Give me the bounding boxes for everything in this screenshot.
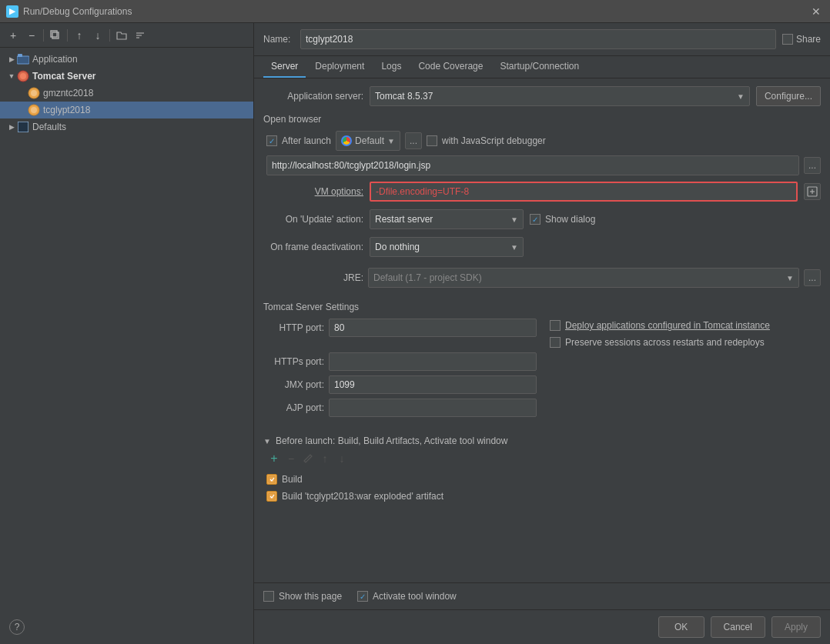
ajp-port-input[interactable] bbox=[329, 399, 537, 417]
after-launch-checkbox[interactable] bbox=[266, 135, 277, 146]
ports-grid: HTTP port: Deploy applications configure… bbox=[263, 319, 821, 417]
jre-ellipsis-button[interactable]: ... bbox=[804, 269, 821, 286]
move-down-button[interactable]: ↓ bbox=[89, 27, 106, 44]
add-config-button[interactable]: + bbox=[5, 27, 22, 44]
right-panel: Name: Share Server Deployment Logs Code … bbox=[254, 23, 830, 644]
copy-config-button[interactable] bbox=[47, 27, 64, 44]
config-tree: ▶ Application ▼ Tomcat bbox=[0, 48, 253, 644]
on-frame-deactivation-select[interactable]: Do nothing ▼ bbox=[370, 237, 524, 257]
preserve-sessions-label: Preserve sessions across restarts and re… bbox=[565, 337, 765, 348]
ok-button[interactable]: OK bbox=[658, 616, 704, 638]
tree-item-defaults[interactable]: ▶ Defaults bbox=[0, 118, 253, 135]
bl-item-build-artifact[interactable]: Build 'tcglypt2018:war exploded' artifac… bbox=[266, 488, 821, 505]
toolbar-separator3 bbox=[109, 29, 110, 42]
js-debugger-row: with JavaScript debugger bbox=[427, 135, 546, 146]
http-port-input[interactable] bbox=[329, 319, 537, 337]
tree-item-tomcat[interactable]: ▼ Tomcat Server bbox=[0, 68, 253, 85]
svg-rect-1 bbox=[51, 31, 57, 37]
configure-button[interactable]: Configure... bbox=[756, 86, 821, 106]
share-area: Share bbox=[782, 34, 821, 45]
help-icon[interactable]: ? bbox=[9, 619, 25, 635]
tab-deployment[interactable]: Deployment bbox=[307, 56, 372, 78]
preserve-sessions-row: Preserve sessions across restarts and re… bbox=[550, 337, 821, 348]
remove-config-button[interactable]: − bbox=[23, 27, 40, 44]
jre-select[interactable]: Default (1.7 - project SDK) ▼ bbox=[368, 268, 799, 288]
deploy-apps-checkbox[interactable] bbox=[550, 320, 561, 331]
on-frame-deactivation-label: On frame deactivation: bbox=[263, 242, 363, 252]
share-label: Share bbox=[796, 34, 821, 45]
show-dialog-checkbox[interactable] bbox=[530, 214, 541, 225]
app-icon: ▶ bbox=[6, 5, 18, 18]
bl-item-build[interactable]: Build bbox=[266, 471, 821, 488]
show-dialog-label: Show dialog bbox=[545, 214, 595, 225]
folder-button[interactable] bbox=[113, 27, 130, 44]
svg-rect-6 bbox=[18, 54, 22, 57]
bl-move-up-button: ↑ bbox=[317, 451, 333, 466]
open-browser-label: Open browser bbox=[263, 114, 821, 125]
browser-ellipsis-button[interactable]: ... bbox=[405, 132, 422, 149]
vm-options-label: VM options: bbox=[263, 186, 363, 197]
before-launch-toolbar: + − ↑ ↓ bbox=[263, 451, 821, 466]
jmx-port-input[interactable] bbox=[329, 375, 537, 394]
share-checkbox[interactable] bbox=[782, 34, 793, 45]
tab-server[interactable]: Server bbox=[263, 56, 306, 78]
tab-code-coverage[interactable]: Code Coverage bbox=[410, 56, 490, 78]
url-row: ... bbox=[263, 155, 821, 175]
activate-tool-window-checkbox[interactable] bbox=[357, 591, 368, 602]
vm-expand-button[interactable] bbox=[804, 183, 821, 200]
move-up-button[interactable]: ↑ bbox=[71, 27, 88, 44]
bl-add-button[interactable]: + bbox=[266, 451, 282, 466]
tree-arrow-defaults: ▶ bbox=[6, 122, 17, 132]
vm-options-row: VM options: bbox=[263, 182, 821, 202]
app-server-select[interactable]: Tomcat 8.5.37 ▼ bbox=[370, 86, 750, 106]
server-tab-content: Application server: Tomcat 8.5.37 ▼ Conf… bbox=[254, 78, 830, 582]
close-button[interactable]: ✕ bbox=[808, 4, 824, 19]
cancel-button[interactable]: Cancel bbox=[711, 616, 765, 638]
deploy-options: Deploy applications configured in Tomcat… bbox=[550, 319, 821, 348]
js-debugger-checkbox[interactable] bbox=[427, 135, 437, 146]
tab-logs[interactable]: Logs bbox=[373, 56, 409, 78]
preserve-sessions-checkbox[interactable] bbox=[550, 337, 561, 348]
tree-item-tcglypt2018[interactable]: tcglypt2018 bbox=[0, 102, 253, 118]
tree-label-application: Application bbox=[32, 54, 78, 65]
title-bar-text: Run/Debug Configurations bbox=[23, 6, 808, 17]
chrome-icon bbox=[341, 135, 352, 146]
on-update-select[interactable]: Restart server ▼ bbox=[370, 209, 524, 229]
tree-label-defaults: Defaults bbox=[32, 122, 66, 132]
name-input[interactable] bbox=[300, 29, 776, 49]
vm-options-input[interactable] bbox=[370, 182, 798, 202]
https-port-input[interactable] bbox=[329, 352, 537, 371]
tree-arrow-tomcat: ▼ bbox=[6, 71, 17, 82]
tab-startup-connection[interactable]: Startup/Connection bbox=[492, 56, 587, 78]
tree-item-gmzntc2018[interactable]: gmzntc2018 bbox=[0, 85, 253, 102]
svg-rect-13 bbox=[18, 122, 28, 132]
tomcat-icon bbox=[17, 70, 29, 82]
activate-tool-window-label: Activate tool window bbox=[373, 591, 457, 602]
config-icon-tcglypt bbox=[28, 104, 40, 116]
apply-button[interactable]: Apply bbox=[771, 616, 821, 638]
tree-label-tomcat: Tomcat Server bbox=[32, 71, 95, 82]
tree-item-application[interactable]: ▶ Application bbox=[0, 51, 253, 68]
js-debugger-label: with JavaScript debugger bbox=[442, 135, 546, 146]
config-icon-gmzntc bbox=[28, 87, 40, 99]
bl-remove-button: − bbox=[283, 451, 299, 466]
before-launch-label: Before launch: Build, Build Artifacts, A… bbox=[276, 435, 508, 446]
url-input[interactable] bbox=[266, 155, 799, 175]
svg-rect-5 bbox=[17, 56, 29, 64]
on-update-row: On 'Update' action: Restart server ▼ Sho… bbox=[263, 209, 821, 229]
bl-item-artifact-label: Build 'tcglypt2018:war exploded' artifac… bbox=[282, 491, 443, 502]
browser-select[interactable]: Default ▼ bbox=[336, 131, 400, 151]
show-dialog-row: Show dialog bbox=[530, 214, 595, 225]
url-ellipsis-button[interactable]: ... bbox=[804, 157, 821, 174]
application-icon bbox=[17, 53, 29, 65]
svg-point-8 bbox=[20, 73, 26, 79]
bl-item-build-label: Build bbox=[282, 474, 303, 485]
after-launch-label: After launch bbox=[282, 135, 331, 146]
before-launch-collapse-icon[interactable]: ▼ bbox=[263, 437, 271, 445]
jmx-port-label: JMX port: bbox=[266, 379, 324, 390]
sort-button[interactable] bbox=[132, 27, 149, 44]
after-launch-row: After launch Default ▼ ... with JavaScri… bbox=[263, 131, 821, 151]
https-port-row: HTTPs port: bbox=[266, 352, 537, 371]
show-this-page-checkbox[interactable] bbox=[263, 591, 274, 602]
jre-arrow-icon: ▼ bbox=[786, 274, 794, 282]
